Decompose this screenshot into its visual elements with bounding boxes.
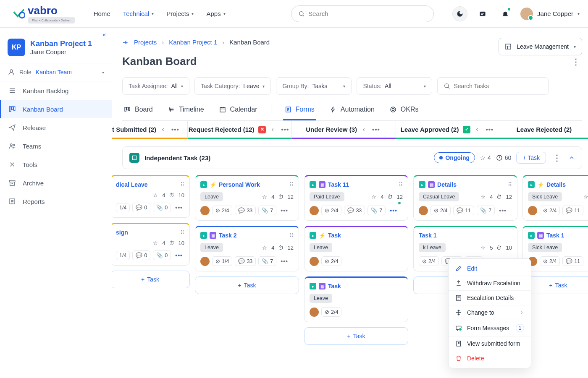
task-card[interactable]: ▸▦Task Leave ⊘ 2/4 bbox=[304, 276, 408, 322]
crumb-project[interactable]: Kanban Project 1 bbox=[169, 39, 217, 46]
column-more[interactable]: ••• bbox=[484, 126, 495, 133]
svg-point-1 bbox=[299, 11, 303, 15]
group-add-task[interactable]: + Task bbox=[516, 152, 546, 164]
drag-icon[interactable]: ⠿ bbox=[180, 181, 184, 188]
svg-rect-19 bbox=[220, 107, 225, 112]
menu-withdraw[interactable]: Withdraw Escalation bbox=[449, 276, 531, 291]
chat-button[interactable] bbox=[475, 6, 490, 21]
task-card[interactable]: ▸⚡Task Leave ⊘ 2/4 bbox=[304, 226, 408, 271]
logo[interactable]: vabroPlan • Collaborate • Deliver bbox=[13, 4, 75, 23]
card-more[interactable]: ••• bbox=[388, 207, 399, 214]
move-icon bbox=[455, 309, 462, 316]
chevron-left-icon[interactable] bbox=[475, 127, 480, 132]
crumb-current: Kanban Board bbox=[229, 39, 270, 46]
nav-technical[interactable]: Technical▾ bbox=[123, 10, 154, 17]
filter-groupby[interactable]: Group By:Tasks▾ bbox=[276, 77, 352, 95]
chevron-left-icon[interactable] bbox=[160, 127, 165, 132]
theme-toggle[interactable] bbox=[452, 6, 467, 21]
filter-category[interactable]: Task Category:Leave▾ bbox=[194, 77, 271, 95]
back-icon[interactable] bbox=[122, 39, 129, 46]
tab-automation[interactable]: Automation bbox=[328, 102, 376, 120]
sidebar-item-tools[interactable]: Tools bbox=[0, 155, 112, 174]
nav-projects[interactable]: Projects▾ bbox=[166, 10, 194, 17]
tab-calendar[interactable]: Calendar bbox=[218, 102, 259, 120]
tab-board[interactable]: Board bbox=[122, 102, 155, 120]
card-more[interactable]: ••• bbox=[173, 252, 184, 259]
tab-okrs[interactable]: OKRs bbox=[388, 102, 420, 120]
filter-status[interactable]: Status:All▾ bbox=[357, 77, 432, 95]
group-more[interactable]: ⋮ bbox=[551, 153, 563, 163]
user-menu[interactable]: Jane Copper ▾ bbox=[520, 8, 580, 20]
menu-change[interactable]: Change to bbox=[449, 305, 531, 320]
search-tasks-input[interactable] bbox=[454, 83, 542, 89]
page-more[interactable]: ⋮ bbox=[570, 57, 582, 67]
global-search[interactable] bbox=[291, 5, 434, 22]
add-task-button[interactable]: + Task bbox=[304, 327, 408, 345]
card-more[interactable]: ••• bbox=[279, 207, 290, 214]
collapse-sidebar[interactable]: « bbox=[102, 31, 106, 38]
add-task-button[interactable]: + Task bbox=[522, 276, 588, 294]
board-column: ▸⚡Details Sick Leave☆ ⊘ 2/4💬 11 ▸▦Task 1… bbox=[522, 175, 588, 345]
sidebar-item-archive[interactable]: Archive bbox=[0, 174, 112, 192]
nav-apps[interactable]: Apps▾ bbox=[206, 10, 225, 17]
chevron-left-icon[interactable] bbox=[361, 127, 366, 132]
task-card[interactable]: ▸▦Task 11⠿ Paid Leave☆ 4⏱ 12 ⊘ 2/4💬 33📎 … bbox=[304, 175, 408, 221]
tab-timeline[interactable]: Timeline bbox=[166, 102, 206, 120]
add-task-button[interactable]: + Task bbox=[195, 276, 299, 294]
add-task-button[interactable]: + Task bbox=[112, 271, 190, 288]
group-status[interactable]: Ongoing bbox=[434, 152, 475, 163]
column-more[interactable]: ••• bbox=[279, 126, 291, 133]
svg-point-3 bbox=[10, 70, 13, 72]
chevron-down-icon: ▾ bbox=[152, 11, 154, 16]
sidebar-item-reports[interactable]: Reports bbox=[0, 192, 112, 211]
task-card[interactable]: dical Leave⠿ ☆ 4⏱ 10 1/4💬 0📎 0••• bbox=[112, 175, 190, 218]
task-card[interactable]: ▸▦Details⠿ Casual Leave☆ 4⏱ 12 ⊘ 2/4💬 11… bbox=[413, 175, 517, 221]
project-header[interactable]: KP Kanban Project 1 Jane Cooper bbox=[0, 28, 112, 63]
card-more[interactable]: ••• bbox=[279, 258, 290, 265]
drag-icon[interactable]: ⠿ bbox=[289, 181, 294, 188]
menu-details[interactable]: Escalation Details bbox=[449, 291, 531, 305]
menu-edit[interactable]: Edit bbox=[449, 261, 531, 276]
task-type-icon: ▸ bbox=[200, 181, 207, 188]
user-icon bbox=[8, 68, 15, 76]
filter-search[interactable] bbox=[437, 77, 549, 95]
drag-icon[interactable]: ⠿ bbox=[289, 232, 294, 239]
column-more[interactable]: ••• bbox=[170, 126, 181, 133]
view-selector[interactable]: Leave Management ▾ bbox=[499, 38, 582, 55]
collapse-group-icon[interactable] bbox=[568, 154, 575, 161]
comments: 💬 0 bbox=[132, 250, 150, 260]
chevron-left-icon[interactable] bbox=[270, 127, 275, 132]
chevron-down-icon: ▾ bbox=[578, 11, 580, 16]
role-value: Kanban Team bbox=[36, 69, 72, 76]
role-selector[interactable]: Role Kanban Team ▾ bbox=[0, 63, 112, 81]
task-card[interactable]: ▸▦Task 2⠿ Leave☆ 4⏱ 12 ⊘ 1/4💬 33📎 7••• bbox=[195, 226, 299, 271]
notifications-button[interactable] bbox=[498, 6, 513, 21]
menu-view-form[interactable]: View submitted form bbox=[449, 336, 531, 351]
drag-icon[interactable]: ⠿ bbox=[399, 181, 403, 188]
filter-value: All bbox=[171, 83, 178, 89]
sidebar-item-release[interactable]: Release bbox=[0, 118, 112, 137]
task-card[interactable]: ▸▦Task 1 Sick Leave ⊘ 2/4💬 11 bbox=[522, 226, 588, 271]
tab-forms[interactable]: Forms bbox=[283, 102, 316, 120]
filter-assignee[interactable]: Task Assignee:All▾ bbox=[122, 77, 189, 95]
sidebar-item-teams[interactable]: Teams bbox=[0, 137, 112, 155]
drag-icon[interactable]: ⠿ bbox=[508, 181, 512, 188]
drag-icon[interactable]: ⠿ bbox=[180, 229, 184, 236]
main: Projects› Kanban Project 1› Kanban Board… bbox=[112, 28, 588, 378]
task-type-icon: ▸ bbox=[528, 232, 535, 239]
progress: ⊘ 2/4 bbox=[321, 307, 341, 317]
sidebar-item-board[interactable]: Kanban Board bbox=[0, 100, 112, 118]
menu-messages[interactable]: Form Messages1 bbox=[449, 320, 531, 336]
menu-delete[interactable]: Delete bbox=[449, 351, 531, 365]
task-card[interactable]: ▸⚡Personal Work⠿ Leave☆ 4⏱ 12 ⊘ 2/4💬 33📎… bbox=[195, 175, 299, 221]
sidebar-item-backlog[interactable]: Kanban Backlog bbox=[0, 81, 112, 100]
nav-home[interactable]: Home bbox=[94, 10, 110, 17]
search-input[interactable] bbox=[308, 10, 427, 17]
column-more[interactable]: ••• bbox=[370, 126, 382, 133]
task-card[interactable]: sign⠿ ☆ 4⏱ 10 1/4💬 0📎 0••• bbox=[112, 223, 190, 266]
task-card[interactable]: ▸⚡Details Sick Leave☆ ⊘ 2/4💬 11 bbox=[522, 175, 588, 221]
card-more[interactable]: ••• bbox=[497, 207, 508, 214]
card-more[interactable]: ••• bbox=[173, 204, 184, 211]
top-nav: Home Technical▾ Projects▾ Apps▾ bbox=[94, 10, 226, 17]
crumb-projects[interactable]: Projects bbox=[134, 39, 157, 46]
